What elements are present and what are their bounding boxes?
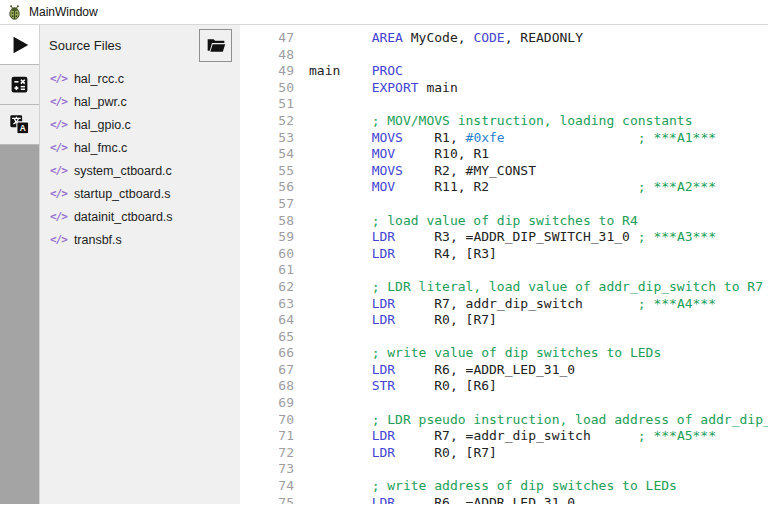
code-line[interactable]: 51 — [240, 96, 768, 113]
code-text: LDR R7, addr_dip_switch ; ***A4*** — [309, 296, 716, 313]
line-number: 67 — [240, 362, 294, 379]
line-number: 73 — [240, 461, 294, 478]
line-number: 71 — [240, 428, 294, 445]
translate-icon: A — [9, 114, 30, 135]
code-line[interactable]: 73 — [240, 461, 768, 478]
file-item[interactable]: </>hal_pwr.c — [40, 90, 240, 113]
line-number: 49 — [240, 63, 294, 80]
code-line[interactable]: 74 ; write address of dip switches to LE… — [240, 478, 768, 495]
code-line[interactable]: 75 LDR R6, =ADDR_LED_31_0 — [240, 495, 768, 504]
code-text: LDR R3, =ADDR_DIP_SWITCH_31_0 ; ***A3*** — [309, 229, 716, 246]
code-line[interactable]: 47 AREA MyCode, CODE, READONLY — [240, 30, 768, 47]
code-line[interactable]: 72 LDR R0, [R7] — [240, 445, 768, 462]
code-file-icon: </> — [50, 210, 67, 223]
code-line[interactable]: 56 MOV R11, R2 ; ***A2*** — [240, 179, 768, 196]
code-line[interactable]: 48 — [240, 47, 768, 64]
line-number: 56 — [240, 179, 294, 196]
code-line[interactable]: 65 — [240, 329, 768, 346]
file-name: transbf.s — [74, 233, 122, 247]
code-line[interactable]: 61 — [240, 262, 768, 279]
code-text: MOV R11, R2 ; ***A2*** — [309, 179, 716, 196]
code-line[interactable]: 55 MOVS R2, #MY_CONST — [240, 163, 768, 180]
line-number: 74 — [240, 478, 294, 495]
file-item[interactable]: </>hal_gpio.c — [40, 113, 240, 136]
left-toolbar: A — [0, 25, 39, 504]
line-number: 50 — [240, 80, 294, 97]
code-line[interactable]: 66 ; write value of dip switches to LEDs — [240, 345, 768, 362]
code-line[interactable]: 68 STR R0, [R6] — [240, 378, 768, 395]
file-item[interactable]: </>transbf.s — [40, 228, 240, 251]
code-line[interactable]: 69 — [240, 395, 768, 412]
code-text: LDR R6, =ADDR_LED_31_0 — [309, 362, 575, 379]
line-number: 69 — [240, 395, 294, 412]
code-line[interactable]: 58 ; load value of dip switches to R4 — [240, 213, 768, 230]
file-item[interactable]: </>hal_rcc.c — [40, 67, 240, 90]
line-number: 70 — [240, 412, 294, 429]
line-number: 62 — [240, 279, 294, 296]
file-item[interactable]: </>datainit_ctboard.s — [40, 205, 240, 228]
line-number: 54 — [240, 146, 294, 163]
code-text: STR R0, [R6] — [309, 378, 497, 395]
code-file-icon: </> — [50, 187, 67, 200]
code-line[interactable]: 49main PROC — [240, 63, 768, 80]
line-number: 55 — [240, 163, 294, 180]
code-line[interactable]: 63 LDR R7, addr_dip_switch ; ***A4*** — [240, 296, 768, 313]
code-text: ; LDR pseudo instruction, load address o… — [309, 412, 768, 429]
code-text: LDR R6, =ADDR_LED_31_0 — [309, 495, 575, 504]
folder-open-icon — [206, 35, 226, 55]
line-number: 65 — [240, 329, 294, 346]
file-name: hal_gpio.c — [74, 118, 131, 132]
code-file-icon: </> — [50, 233, 67, 246]
code-text: LDR R4, [R3] — [309, 246, 497, 263]
code-line[interactable]: 67 LDR R6, =ADDR_LED_31_0 — [240, 362, 768, 379]
line-number: 68 — [240, 378, 294, 395]
code-text: LDR R0, [R7] — [309, 312, 497, 329]
source-files-header: Source Files — [40, 25, 240, 65]
code-line[interactable]: 60 LDR R4, [R3] — [240, 246, 768, 263]
run-button[interactable] — [0, 25, 39, 65]
code-text: ; write value of dip switches to LEDs — [309, 345, 661, 362]
code-line[interactable]: 53 MOVS R1, #0xfe ; ***A1*** — [240, 130, 768, 147]
code-text: ; LDR literal, load value of addr_dip_sw… — [309, 279, 763, 296]
line-number: 53 — [240, 130, 294, 147]
file-name: startup_ctboard.s — [74, 187, 171, 201]
title-bar: MainWindow — [0, 0, 768, 25]
file-item[interactable]: </>hal_fmc.c — [40, 136, 240, 159]
code-line[interactable]: 62 ; LDR literal, load value of addr_dip… — [240, 279, 768, 296]
code-text: LDR R7, =addr_dip_switch ; ***A5*** — [309, 428, 716, 445]
code-line[interactable]: 50 EXPORT main — [240, 80, 768, 97]
line-number: 47 — [240, 30, 294, 47]
line-number: 57 — [240, 196, 294, 213]
code-line[interactable]: 71 LDR R7, =addr_dip_switch ; ***A5*** — [240, 428, 768, 445]
svg-text:A: A — [20, 123, 26, 133]
line-number: 61 — [240, 262, 294, 279]
calculator-button[interactable] — [0, 65, 39, 105]
file-item[interactable]: </>startup_ctboard.s — [40, 182, 240, 205]
line-number: 51 — [240, 96, 294, 113]
translate-button[interactable]: A — [0, 105, 39, 145]
code-line[interactable]: 70 ; LDR pseudo instruction, load addres… — [240, 412, 768, 429]
line-number: 59 — [240, 229, 294, 246]
code-text: main PROC — [309, 63, 403, 80]
line-number: 72 — [240, 445, 294, 462]
line-number: 75 — [240, 495, 294, 504]
file-list: </>hal_rcc.c</>hal_pwr.c</>hal_gpio.c</>… — [40, 65, 240, 251]
code-line[interactable]: 54 MOV R10, R1 — [240, 146, 768, 163]
code-file-icon: </> — [50, 141, 67, 154]
code-file-icon: </> — [50, 164, 67, 177]
file-item[interactable]: </>system_ctboard.c — [40, 159, 240, 182]
code-line[interactable]: 52 ; MOV/MOVS instruction, loading const… — [240, 113, 768, 130]
run-icon — [9, 34, 31, 56]
code-line[interactable]: 64 LDR R0, [R7] — [240, 312, 768, 329]
code-line[interactable]: 59 LDR R3, =ADDR_DIP_SWITCH_31_0 ; ***A3… — [240, 229, 768, 246]
code-text: ; load value of dip switches to R4 — [309, 213, 638, 230]
code-text: EXPORT main — [309, 80, 458, 97]
code-line[interactable]: 57 — [240, 196, 768, 213]
line-number: 63 — [240, 296, 294, 313]
code-editor[interactable]: 47 AREA MyCode, CODE, READONLY4849main P… — [240, 25, 768, 504]
code-text: AREA MyCode, CODE, READONLY — [309, 30, 583, 47]
code-text: ; MOV/MOVS instruction, loading constant… — [309, 113, 693, 130]
code-file-icon: </> — [50, 72, 67, 85]
open-folder-button[interactable] — [199, 29, 232, 62]
line-number: 58 — [240, 213, 294, 230]
